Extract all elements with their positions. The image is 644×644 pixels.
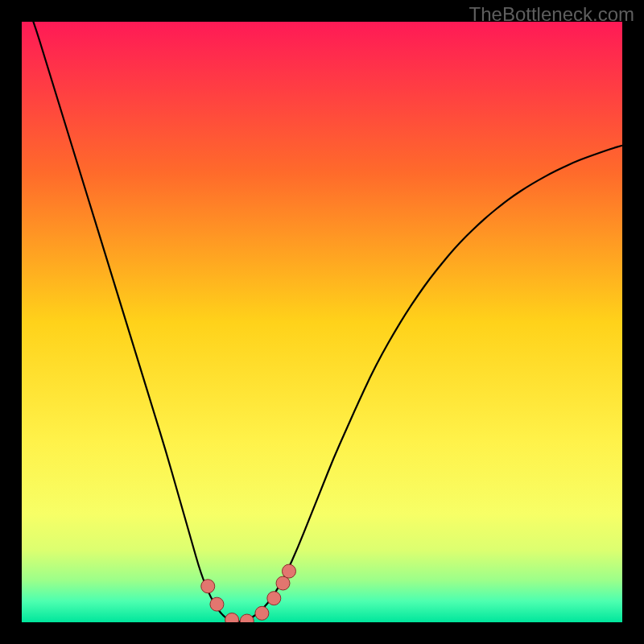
data-marker bbox=[255, 606, 269, 620]
data-marker bbox=[267, 592, 281, 605]
chart-svg bbox=[22, 22, 622, 622]
gradient-background bbox=[22, 22, 622, 622]
data-marker bbox=[276, 576, 290, 590]
data-marker bbox=[282, 564, 295, 578]
chart-frame: TheBottleneck.com bbox=[0, 0, 644, 644]
data-marker bbox=[201, 580, 215, 593]
watermark-text: TheBottleneck.com bbox=[469, 3, 634, 26]
plot-area bbox=[22, 22, 622, 622]
data-marker bbox=[210, 597, 224, 611]
